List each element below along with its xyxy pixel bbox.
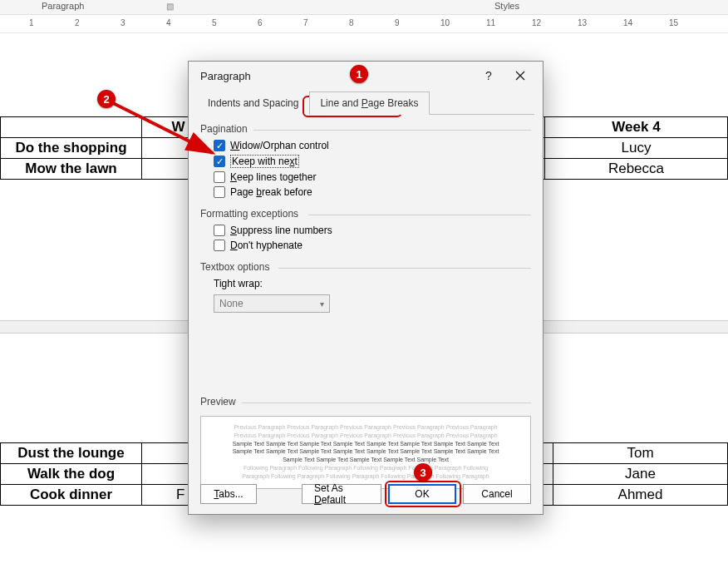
chevron-down-icon: ▾ xyxy=(320,299,324,309)
tight-wrap-label: Tight wrap: xyxy=(189,276,543,291)
button-label: Cancel xyxy=(481,488,512,500)
ribbon-group-styles: Styles xyxy=(494,1,519,11)
ruler-tick: 12 xyxy=(532,18,541,27)
preview-box: Previous Paragraph Previous Paragraph Pr… xyxy=(200,416,531,489)
task-cell: Dust the lounge xyxy=(1,443,142,464)
ruler-tick: 1 xyxy=(29,18,34,27)
horizontal-ruler[interactable]: 1 2 3 4 5 6 7 8 9 10 11 12 13 14 15 xyxy=(0,15,728,33)
annotation-badge-1: 1 xyxy=(350,65,368,83)
ruler-tick: 10 xyxy=(440,18,450,27)
close-icon xyxy=(515,71,525,81)
checkbox-label: Don't hyphenate xyxy=(230,240,303,251)
task-cell: Walk the dog xyxy=(1,464,142,485)
close-button[interactable] xyxy=(504,63,536,88)
checkbox-page-break-before[interactable]: Page break before xyxy=(189,185,543,200)
cell: Ahmed xyxy=(553,485,728,506)
checkbox-label: Keep with next xyxy=(230,155,299,168)
cancel-button[interactable]: Cancel xyxy=(463,484,531,504)
cell: Rebecca xyxy=(545,159,728,180)
cell: Lucy xyxy=(545,138,728,159)
ruler-tick: 7 xyxy=(303,18,308,27)
header-week4: Week 4 xyxy=(545,117,728,138)
ruler-tick: 5 xyxy=(212,18,217,27)
checkbox-keep-lines-together[interactable]: Keep lines together xyxy=(189,170,543,185)
ribbon-group-paragraph: Paragraph xyxy=(42,1,84,11)
section-pagination: Pagination xyxy=(189,115,543,138)
cell: Tom xyxy=(553,443,728,464)
tab-line-page-breaks[interactable]: Line and Page Breaks xyxy=(309,91,429,115)
annotation-badge-3: 3 xyxy=(414,463,432,482)
ruler-tick: 6 xyxy=(258,18,263,27)
ok-button[interactable]: OK xyxy=(388,484,456,504)
ruler-tick: 8 xyxy=(349,18,354,27)
tab-label: Line and Page Breaks xyxy=(320,97,418,109)
cell: Jane xyxy=(553,464,728,485)
ruler-tick: 14 xyxy=(623,18,632,27)
button-label: Set As Default xyxy=(314,482,369,506)
checkbox-widow-orphan[interactable]: Widow/Orphan control xyxy=(189,138,543,153)
checkbox-label: Page break before xyxy=(230,186,312,198)
ribbon-groups: Paragraph ▧ Styles xyxy=(0,0,728,15)
section-preview: Preview xyxy=(189,388,543,411)
button-label: OK xyxy=(415,488,429,500)
dialog-title: Paragraph xyxy=(200,70,473,82)
checkbox-icon[interactable] xyxy=(214,186,225,198)
tabs-button[interactable]: Tabs... xyxy=(200,484,257,504)
annotation-badge-2: 2 xyxy=(97,90,116,108)
checkbox-icon[interactable] xyxy=(214,240,225,251)
paragraph-dialog: Paragraph ? Indents and Spacing Line and… xyxy=(188,61,544,515)
checkbox-label: Suppress line numbers xyxy=(230,225,332,236)
annotation-arrow xyxy=(108,98,224,165)
dialog-tabs: Indents and Spacing Line and Page Breaks xyxy=(189,90,543,115)
checkbox-icon[interactable] xyxy=(214,225,225,236)
section-textbox-options: Textbox options xyxy=(189,253,543,276)
svg-line-0 xyxy=(113,103,213,153)
button-label: Tabs... xyxy=(214,488,243,500)
checkbox-label: Widow/Orphan control xyxy=(230,140,329,151)
dialog-button-row: Tabs... Set As Default OK Cancel xyxy=(189,484,543,504)
ruler-tick: 4 xyxy=(166,18,171,27)
checkbox-dont-hyphenate[interactable]: Don't hyphenate xyxy=(189,238,543,253)
section-formatting-exceptions: Formatting exceptions xyxy=(189,200,543,223)
tight-wrap-select: None ▾ xyxy=(214,294,330,313)
task-cell: Cook dinner xyxy=(1,485,142,506)
ruler-tick: 3 xyxy=(121,18,125,27)
cell: F xyxy=(142,485,192,506)
ruler-tick: 9 xyxy=(395,18,400,27)
checkbox-suppress-line-numbers[interactable]: Suppress line numbers xyxy=(189,223,543,238)
select-value: None xyxy=(219,298,243,309)
dialog-launcher-icon[interactable]: ▧ xyxy=(166,2,174,11)
ruler-tick: 2 xyxy=(75,18,80,27)
checkbox-icon[interactable] xyxy=(214,171,225,183)
checkbox-keep-with-next[interactable]: Keep with next xyxy=(189,153,543,170)
ruler-tick: 13 xyxy=(578,18,587,27)
ruler-tick: 11 xyxy=(486,18,495,27)
ruler-tick: 15 xyxy=(669,18,678,27)
set-as-default-button[interactable]: Set As Default xyxy=(302,484,381,504)
checkbox-label: Keep lines together xyxy=(230,171,316,183)
help-button[interactable]: ? xyxy=(473,63,504,88)
